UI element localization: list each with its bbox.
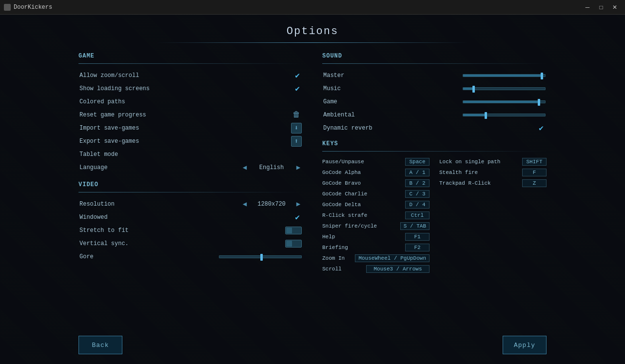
- sniper-fire-binding[interactable]: S / TAB: [400, 222, 430, 230]
- language-label: Language: [79, 164, 108, 171]
- close-button[interactable]: ✕: [608, 2, 621, 13]
- colored-paths-control[interactable]: [293, 97, 302, 106]
- game-fill: [463, 101, 538, 103]
- option-reset-progress: Reset game progress 🗑: [78, 108, 303, 121]
- scroll-binding[interactable]: Mouse3 / Arrows: [366, 265, 430, 273]
- video-divider: [78, 192, 303, 192]
- key-help: Help F1: [322, 231, 430, 242]
- ambiental-control[interactable]: [463, 114, 546, 116]
- key-sniper-fire: Sniper fire/cycle S / TAB: [322, 221, 430, 231]
- game-volume-control[interactable]: [463, 100, 546, 103]
- option-game-volume: Game: [322, 95, 547, 108]
- stretch-fit-toggle[interactable]: [285, 227, 302, 234]
- export-icon[interactable]: ⬆: [291, 136, 302, 147]
- option-music-volume: Music: [322, 82, 547, 95]
- rclick-strafe-label: R-Click strafe: [322, 212, 367, 218]
- trash-icon[interactable]: 🗑: [291, 110, 302, 120]
- key-gocode-delta: GoCode Delta D / 4: [322, 199, 430, 210]
- key-stealth-fire: Stealth fire F: [439, 167, 547, 178]
- stealth-fire-binding[interactable]: F: [522, 169, 547, 176]
- music-label: Music: [323, 85, 341, 92]
- allow-zoom-control[interactable]: ✔: [293, 71, 302, 80]
- bottom-bar: Back Apply: [78, 328, 547, 364]
- help-binding[interactable]: F1: [405, 233, 430, 241]
- windowed-check: ✔: [293, 213, 302, 222]
- keys-right-col: Lock on single path SHIFT Stealth fire F…: [439, 156, 547, 274]
- game-slider[interactable]: [463, 100, 546, 103]
- option-stretch-fit: Stretch to fit: [78, 224, 303, 237]
- master-slider[interactable]: [463, 74, 546, 77]
- options-columns: GAME Allow zoom/scroll ✔ Show loading sc…: [78, 48, 547, 328]
- windowed-control[interactable]: ✔: [293, 213, 302, 222]
- vsync-toggle[interactable]: [285, 240, 302, 248]
- key-gocode-bravo: GoCode Bravo B / 2: [322, 178, 430, 189]
- title-bar: DoorKickers ─ □ ✕: [0, 0, 625, 15]
- import-saves-control[interactable]: ⬇: [291, 123, 302, 134]
- tablet-mode-label: Tablet mode: [79, 151, 118, 158]
- tablet-mode-control[interactable]: [293, 150, 302, 159]
- options-container: Options GAME Allow zoom/scroll ✔ Show lo…: [0, 15, 625, 364]
- lock-path-binding[interactable]: SHIFT: [522, 158, 547, 166]
- music-thumb: [472, 86, 475, 93]
- trackpad-rclick-label: Trackpad R-Click: [439, 180, 491, 186]
- stretch-fit-thumb: [286, 228, 292, 233]
- stretch-fit-control[interactable]: [285, 227, 302, 234]
- show-loading-control[interactable]: ✔: [293, 84, 302, 93]
- colored-paths-check: [293, 97, 302, 106]
- ambiental-thumb: [485, 112, 487, 119]
- ambiental-label: Ambiental: [323, 112, 355, 118]
- trackpad-rclick-binding[interactable]: Z: [522, 179, 547, 187]
- lock-path-label: Lock on single path: [439, 159, 500, 165]
- apply-button[interactable]: Apply: [503, 336, 547, 354]
- vsync-control[interactable]: [285, 240, 302, 248]
- gocode-bravo-binding[interactable]: B / 2: [405, 179, 430, 187]
- maximize-button[interactable]: □: [595, 2, 607, 13]
- game-sound-label: Game: [323, 98, 337, 105]
- language-next-button[interactable]: ▶: [295, 163, 302, 172]
- gocode-delta-binding[interactable]: D / 4: [405, 201, 430, 209]
- zoom-in-binding[interactable]: MouseWheel / PgUpDown: [355, 254, 430, 262]
- gocode-charlie-label: GoCode Charlie: [322, 191, 367, 197]
- briefing-binding[interactable]: F2: [405, 244, 430, 251]
- option-allow-zoom: Allow zoom/scroll ✔: [78, 69, 303, 82]
- gocode-alpha-label: GoCode Alpha: [322, 170, 361, 175]
- music-slider[interactable]: [463, 87, 546, 90]
- pause-binding[interactable]: Space: [405, 158, 430, 166]
- gore-control[interactable]: [219, 255, 302, 258]
- option-ambiental-volume: Ambiental: [322, 108, 547, 121]
- gore-label: Gore: [79, 253, 94, 260]
- master-control[interactable]: [463, 74, 546, 77]
- gocode-charlie-binding[interactable]: C / 3: [405, 190, 430, 198]
- window-controls: ─ □ ✕: [581, 2, 621, 13]
- briefing-label: Briefing: [322, 245, 348, 250]
- gocode-alpha-binding[interactable]: A / 1: [405, 169, 430, 176]
- resolution-next-button[interactable]: ▶: [295, 200, 302, 208]
- gore-slider[interactable]: [219, 255, 302, 258]
- colored-paths-label: Colored paths: [79, 98, 125, 105]
- music-control[interactable]: [463, 87, 546, 90]
- option-tablet-mode: Tablet mode: [78, 148, 303, 161]
- ambiental-slider[interactable]: [463, 114, 546, 116]
- dynamic-reverb-control[interactable]: ✔: [537, 124, 546, 133]
- rclick-strafe-binding[interactable]: Ctrl: [405, 211, 430, 219]
- left-column: GAME Allow zoom/scroll ✔ Show loading sc…: [78, 48, 303, 328]
- language-prev-button[interactable]: ◀: [241, 163, 248, 172]
- dynamic-reverb-check: ✔: [537, 124, 546, 133]
- ambiental-fill: [463, 114, 486, 116]
- resolution-prev-button[interactable]: ◀: [241, 200, 248, 208]
- option-colored-paths: Colored paths: [78, 95, 303, 108]
- back-button[interactable]: Back: [78, 336, 122, 354]
- window-title: DoorKickers: [14, 4, 52, 11]
- key-zoom-in: Zoom In MouseWheel / PgUpDown: [322, 253, 430, 264]
- pause-action-label: Pause/Unpause: [322, 159, 364, 165]
- resolution-select[interactable]: ◀ 1280x720 ▶: [241, 200, 302, 208]
- export-saves-control[interactable]: ⬆: [291, 136, 302, 147]
- minimize-button[interactable]: ─: [581, 2, 594, 13]
- language-select[interactable]: ◀ English ▶: [241, 163, 302, 172]
- import-icon[interactable]: ⬇: [291, 123, 302, 134]
- master-thumb: [541, 73, 543, 79]
- reset-progress-control[interactable]: 🗑: [291, 110, 302, 120]
- vsync-thumb: [286, 241, 292, 247]
- app-icon: [4, 4, 11, 11]
- export-saves-label: Export save-games: [79, 138, 139, 145]
